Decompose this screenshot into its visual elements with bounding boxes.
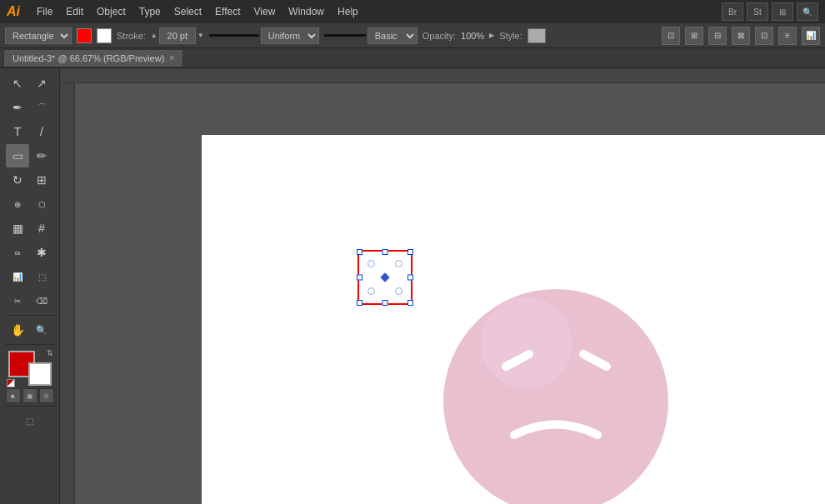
stroke-width-input[interactable]	[159, 27, 196, 44]
selection-tool[interactable]: ↖	[6, 72, 29, 95]
menu-object[interactable]: Object	[90, 0, 132, 23]
inner-dot-tr	[395, 260, 402, 267]
ruler-top	[60, 68, 825, 83]
menu-select[interactable]: Select	[168, 0, 208, 23]
opacity-arrow[interactable]: ▶	[489, 32, 494, 39]
inner-dot-br	[395, 287, 402, 295]
stroke-swatch[interactable]	[97, 28, 112, 43]
hand-tool[interactable]: ✋	[6, 318, 29, 342]
options-bar: Rectangle Stroke: ▲ ▼ Uniform Basic Opac…	[0, 23, 825, 48]
stock-icon[interactable]: St	[747, 2, 768, 21]
style-label: Style:	[499, 31, 522, 41]
swap-colors-icon[interactable]: ⇅	[47, 349, 53, 357]
type-tool[interactable]: T	[6, 120, 29, 143]
column-graph-tool[interactable]: 📊	[6, 265, 29, 288]
rect-object[interactable]	[358, 250, 412, 305]
distribute-icon[interactable]: ⊡	[755, 27, 773, 45]
scale-tool[interactable]: ⊞	[30, 168, 53, 192]
workspace-icon[interactable]: ⊞	[772, 2, 793, 21]
menu-edit[interactable]: Edit	[59, 0, 90, 23]
mesh-tool[interactable]: #	[30, 217, 53, 240]
profile-line	[324, 34, 366, 37]
line-tool[interactable]: /	[30, 120, 53, 143]
transform-icon[interactable]: ⊡	[662, 27, 680, 45]
menu-bar: Ai File Edit Object Type Select Effect V…	[0, 0, 825, 23]
search-icon[interactable]: 🔍	[797, 2, 818, 21]
menu-file[interactable]: File	[30, 0, 59, 23]
handle-bot-center[interactable]	[382, 300, 388, 306]
menu-type[interactable]: Type	[132, 0, 168, 23]
handle-mid-left[interactable]	[357, 275, 362, 281]
color-mode-icon[interactable]: ■	[6, 388, 21, 403]
chart-icon[interactable]: 📊	[802, 27, 820, 45]
zoom-tool[interactable]: 🔍	[30, 318, 53, 342]
inner-dot-tl	[368, 260, 375, 267]
tool-row-1: ↖ ↗	[6, 72, 53, 95]
document-tab[interactable]: Untitled-3* @ 66.67% (RGB/Preview) ×	[3, 49, 183, 67]
eraser-tool[interactable]: ⌫	[30, 289, 53, 312]
curvature-tool[interactable]: ⌒	[30, 96, 53, 119]
tool-row-9: 📊 ⬚	[6, 265, 53, 288]
handle-bot-left[interactable]	[357, 300, 362, 306]
bridge-icon[interactable]: Br	[722, 2, 743, 21]
tool-separator	[5, 315, 55, 316]
style-swatch[interactable]	[528, 28, 546, 43]
stroke-up-arrow[interactable]: ▲	[151, 32, 158, 39]
pencil-tool[interactable]: ✏	[30, 144, 53, 167]
tool-row-3: T /	[6, 120, 53, 143]
symbol-tool[interactable]: ✱	[30, 241, 53, 264]
tool-row-6: ⊕ ⬡	[6, 192, 53, 216]
none-mode-icon[interactable]: ⊘	[39, 388, 54, 403]
menu-view[interactable]: View	[248, 0, 282, 23]
gradient-mode-icon[interactable]: ▣	[22, 388, 38, 403]
inner-dot-bl	[368, 287, 375, 295]
fill-swatch[interactable]	[77, 28, 92, 43]
stroke-combo	[97, 28, 112, 43]
tab-close-button[interactable]: ×	[169, 53, 174, 62]
stroke-uniform-select[interactable]: Uniform	[261, 27, 319, 44]
pen-tool[interactable]: ✒	[6, 96, 29, 119]
direct-selection-tool[interactable]: ↗	[30, 72, 53, 95]
default-colors-icon[interactable]	[7, 379, 15, 387]
profile-select[interactable]: Basic	[368, 27, 418, 44]
tool-row-11: ✋ 🔍	[6, 318, 53, 342]
blend-tool[interactable]: ∞	[6, 241, 29, 264]
artboard-tool[interactable]: ⬚	[30, 265, 53, 288]
opacity-label: Opacity:	[422, 31, 456, 41]
distribute2-icon[interactable]: ≡	[778, 27, 797, 45]
stroke-width-combo: ▲ ▼	[151, 27, 204, 44]
background-color[interactable]	[28, 362, 52, 386]
menu-right-icons: Br St ⊞ 🔍	[722, 2, 818, 21]
rotate-tool[interactable]: ↻	[6, 168, 29, 192]
menu-help[interactable]: Help	[331, 0, 365, 23]
align-right-icon[interactable]: ⊠	[732, 27, 750, 45]
left-toolbar: ↖ ↗ ✒ ⌒ T / ▭ ✏ ↻ ⊞ ⊕ ⬡ ▦ # ∞ ✱	[0, 68, 60, 504]
profile-combo: Basic	[324, 27, 418, 44]
handle-mid-right[interactable]	[408, 275, 413, 281]
stroke-label: Stroke:	[117, 31, 146, 41]
gradient-tool[interactable]: ▦	[6, 217, 29, 240]
perspective-tool[interactable]: ⬡	[30, 192, 53, 216]
tool-row-5: ↻ ⊞	[6, 168, 53, 192]
opacity-value: 100%	[461, 31, 484, 41]
handle-top-right[interactable]	[408, 249, 413, 255]
align-left-icon[interactable]: ⊞	[685, 27, 703, 45]
shape-selector[interactable]: Rectangle	[5, 27, 72, 44]
handle-bot-right[interactable]	[408, 300, 413, 306]
menu-effect[interactable]: Effect	[208, 0, 247, 23]
shape-builder-tool[interactable]: ⊕	[6, 192, 29, 216]
rectangle-tool[interactable]: ▭	[6, 144, 29, 167]
stroke-down-arrow[interactable]: ▼	[198, 32, 204, 39]
menu-window[interactable]: Window	[282, 0, 331, 23]
tab-label: Untitled-3* @ 66.67% (RGB/Preview)	[12, 53, 164, 63]
main-layout: ↖ ↗ ✒ ⌒ T / ▭ ✏ ↻ ⊞ ⊕ ⬡ ▦ # ∞ ✱	[0, 68, 825, 504]
align-h-center-icon[interactable]: ⊟	[708, 27, 727, 45]
handle-top-center[interactable]	[382, 249, 388, 255]
canvas-area[interactable]	[60, 68, 825, 504]
center-handle[interactable]	[380, 272, 389, 282]
screen-mode-icon[interactable]: ⬚	[18, 409, 42, 432]
handle-top-left[interactable]	[357, 249, 362, 255]
stroke-style-combo: Uniform	[209, 27, 319, 44]
slice-tool[interactable]: ✂	[6, 289, 29, 312]
fill-combo	[77, 28, 92, 43]
